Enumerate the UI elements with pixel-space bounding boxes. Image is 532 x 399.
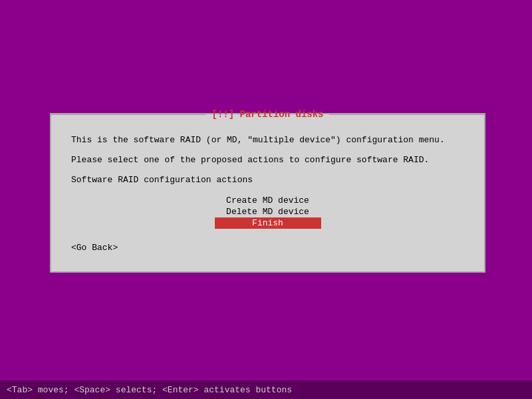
status-text: <Tab> moves; <Space> selects; <Enter> ac… bbox=[7, 385, 292, 395]
paragraph-2: Please select one of the proposed action… bbox=[71, 154, 464, 166]
dialog-title-bar: [!!] Partition disks bbox=[51, 108, 484, 121]
menu-item-delete[interactable]: Delete MD device bbox=[215, 206, 321, 217]
status-bar: <Tab> moves; <Space> selects; <Enter> ac… bbox=[0, 380, 532, 399]
menu-item-finish[interactable]: Finish bbox=[215, 217, 321, 229]
menu-list: Create MD device Delete MD device Finish bbox=[71, 195, 464, 229]
dialog-content: This is the software RAID (or MD, "multi… bbox=[51, 121, 484, 271]
title-line-left bbox=[51, 114, 206, 115]
screen: [!!] Partition disks This is the softwar… bbox=[0, 0, 532, 399]
paragraph-1: This is the software RAID (or MD, "multi… bbox=[71, 134, 464, 146]
menu-item-create[interactable]: Create MD device bbox=[215, 195, 321, 206]
go-back-button[interactable]: <Go Back> bbox=[71, 243, 118, 253]
dialog-box: [!!] Partition disks This is the softwar… bbox=[50, 113, 485, 273]
title-line-right bbox=[329, 114, 484, 115]
dialog-title: [!!] Partition disks bbox=[211, 109, 323, 120]
go-back-area: <Go Back> bbox=[71, 239, 464, 258]
section-label: Software RAID configuration actions bbox=[71, 174, 464, 186]
